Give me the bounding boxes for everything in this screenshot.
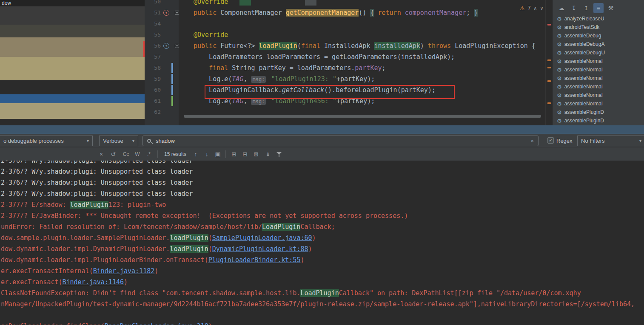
gradle-task-label: assembleNormal bbox=[564, 75, 603, 81]
background-window-artifact bbox=[143, 41, 145, 57]
error-stripe-mark[interactable] bbox=[547, 67, 551, 68]
gradle-task-label: assembleNormal bbox=[564, 67, 603, 73]
log-level-dropdown[interactable]: Verbose ▾ bbox=[99, 136, 138, 146]
gradle-task-row[interactable]: ⚙assembleNormal bbox=[553, 57, 644, 65]
gradle-task-row[interactable]: ⚙assemblePluginD bbox=[553, 116, 644, 125]
code-line[interactable]: @Override bbox=[194, 29, 228, 40]
gutter-line[interactable]: 61 bbox=[145, 96, 179, 107]
gutter-line[interactable]: 55 bbox=[145, 29, 179, 40]
filter-icon[interactable] bbox=[276, 152, 282, 157]
error-stripe-mark[interactable] bbox=[547, 80, 551, 82]
gutter-line[interactable]: 57 bbox=[145, 51, 179, 62]
logcat-output[interactable]: 2-376/? W/y.shadow:plugi: Unsupported cl… bbox=[0, 155, 644, 325]
code-editor[interactable]: @Override public ComponentManager getCom… bbox=[179, 0, 545, 125]
error-stripe-mark[interactable] bbox=[547, 59, 551, 61]
fold-marker-icon[interactable] bbox=[175, 11, 179, 15]
previous-occurrence-icon[interactable]: ↑ bbox=[191, 147, 200, 161]
gradle-task-row[interactable]: ⚙assemblePluginD bbox=[553, 108, 644, 116]
log-line: seDexClassLoader.findClass(BaseDexClassL… bbox=[1, 321, 212, 325]
horizontal-scrollbar-thumb[interactable] bbox=[184, 115, 541, 118]
gradle-task-row[interactable]: ⚙assembleNormal bbox=[553, 82, 644, 91]
filters-dropdown[interactable]: No Filters ▾ bbox=[577, 136, 644, 146]
gradle-task-row[interactable]: ⚙assembleDebugU bbox=[553, 48, 644, 57]
editor-gutter[interactable]: 5051↑545556↑575859606162 bbox=[145, 0, 179, 125]
regex-checkbox[interactable]: ✓ bbox=[547, 137, 554, 144]
stacktrace-link[interactable]: BaseDexClassLoader.java:218 bbox=[105, 322, 208, 325]
logcat-search-box[interactable]: × bbox=[142, 136, 539, 146]
stacktrace-link[interactable]: PluginLoaderBinder.kt:55 bbox=[208, 256, 301, 264]
log-level-value: Verbose bbox=[103, 138, 123, 144]
whole-words-toggle[interactable]: W bbox=[133, 147, 142, 161]
code-line[interactable]: LoadParameters loadParameters = getLoadP… bbox=[194, 51, 455, 62]
log-token: er.execTransactInternal( bbox=[1, 267, 93, 275]
stacktrace-link[interactable]: Binder.java:1146 bbox=[63, 278, 124, 286]
next-problem-icon[interactable]: ∨ bbox=[540, 6, 543, 11]
gutter-line[interactable]: 59 bbox=[145, 73, 179, 85]
code-line[interactable]: public Future<?> loadPlugin(final Instal… bbox=[194, 40, 536, 51]
editor-error-stripe[interactable] bbox=[545, 0, 552, 125]
gradle-task-gear-icon: ⚙ bbox=[557, 118, 562, 124]
code-line[interactable]: final String partKey = loadParameters.pa… bbox=[194, 62, 386, 73]
code-line[interactable]: public ComponentManager getComponentMana… bbox=[194, 7, 478, 18]
vcs-change-marker bbox=[171, 96, 173, 106]
code-line[interactable]: @Override bbox=[194, 0, 316, 7]
close-icon[interactable]: × bbox=[97, 147, 105, 161]
scroll-to-end-icon[interactable]: ⇟ bbox=[264, 147, 272, 161]
gradle-task-row[interactable]: ⚙assembleDebug bbox=[553, 31, 644, 40]
wrench-icon[interactable]: ⚒ bbox=[606, 3, 616, 13]
filters-value: No Filters bbox=[581, 138, 605, 144]
regex-toggle[interactable]: .* bbox=[144, 147, 154, 161]
clear-search-icon[interactable]: × bbox=[530, 138, 534, 144]
gradle-task-row[interactable]: ⚙assembleNormal bbox=[553, 74, 644, 82]
logcat-header-bar[interactable] bbox=[0, 125, 644, 134]
code-token: TAG bbox=[232, 75, 243, 83]
match-case-toggle[interactable]: Cc bbox=[121, 147, 131, 161]
search-input[interactable] bbox=[155, 137, 527, 144]
gradle-task-row[interactable]: ⚙assembleNormal bbox=[553, 65, 644, 74]
gutter-line[interactable]: 56↑ bbox=[145, 40, 179, 51]
gradle-task-row[interactable]: ⚙assembleNormal bbox=[553, 91, 644, 99]
override-marker-icon[interactable]: ↑ bbox=[163, 43, 169, 49]
gradle-task-row[interactable]: ⚙androidTestSdk bbox=[553, 23, 644, 31]
process-filter-dropdown[interactable]: o debuggable processes ▾ bbox=[0, 136, 93, 146]
select-all-occurrences-icon[interactable]: ⊠ bbox=[252, 147, 260, 161]
add-occurrence-icon[interactable]: ⊞ bbox=[230, 147, 238, 161]
gutter-line[interactable]: 54 bbox=[145, 18, 179, 29]
gradle-task-row[interactable]: ⚙analyzeReleaseU bbox=[553, 14, 644, 23]
gradle-task-row[interactable]: ⚙assembleDebugA bbox=[553, 40, 644, 48]
line-number: 62 bbox=[145, 107, 161, 118]
collapse-all-icon[interactable]: ↥ bbox=[581, 3, 591, 13]
gutter-line[interactable]: 60 bbox=[145, 85, 179, 96]
background-window-region bbox=[0, 25, 145, 37]
code-token: e bbox=[224, 75, 228, 83]
stacktrace-link[interactable]: DynamicPluginLoader.kt:88 bbox=[212, 245, 308, 253]
code-token: @Override bbox=[194, 0, 228, 6]
error-stripe-mark[interactable] bbox=[547, 102, 551, 104]
code-line[interactable]: Log.e(TAG, msg: "loadPlugin123: "+partKe… bbox=[194, 73, 375, 85]
build-variants-icon[interactable]: ≡ bbox=[593, 3, 604, 13]
gutter-line[interactable]: 50 bbox=[145, 0, 179, 7]
background-window-region bbox=[0, 57, 145, 80]
open-in-window-icon[interactable]: ▣ bbox=[214, 147, 222, 161]
log-line: undError: Failed resolution of: Lcom/ten… bbox=[1, 221, 335, 232]
next-occurrence-icon[interactable]: ↓ bbox=[202, 147, 211, 161]
stacktrace-link[interactable]: SamplePluginLoader.java:60 bbox=[212, 234, 312, 242]
search-history-icon[interactable]: ↺ bbox=[109, 147, 117, 161]
line-number: 55 bbox=[145, 29, 161, 40]
code-token: public bbox=[194, 9, 220, 17]
remove-occurrence-icon[interactable]: ⊟ bbox=[241, 147, 249, 161]
expand-all-icon[interactable]: ↧ bbox=[569, 3, 579, 13]
gradle-sync-icon[interactable]: ☁ bbox=[556, 3, 567, 13]
log-token: dow.dynamic.loader.impl.DynamicPluginLoa… bbox=[1, 245, 170, 253]
previous-problem-icon[interactable]: ∧ bbox=[533, 6, 537, 11]
gutter-line[interactable]: 62 bbox=[145, 107, 179, 118]
override-marker-icon[interactable]: ↑ bbox=[163, 10, 169, 16]
error-stripe-mark[interactable] bbox=[547, 24, 551, 25]
fold-marker-icon[interactable] bbox=[175, 44, 179, 48]
gradle-task-row[interactable]: ⚙assembleNormal bbox=[553, 99, 644, 108]
gradle-task-gear-icon: ⚙ bbox=[557, 50, 562, 56]
stacktrace-link[interactable]: Binder.java:1182 bbox=[93, 267, 155, 275]
gutter-line[interactable]: 51↑ bbox=[145, 7, 179, 18]
gutter-line[interactable]: 58 bbox=[145, 62, 179, 73]
code-token: () bbox=[359, 9, 370, 17]
